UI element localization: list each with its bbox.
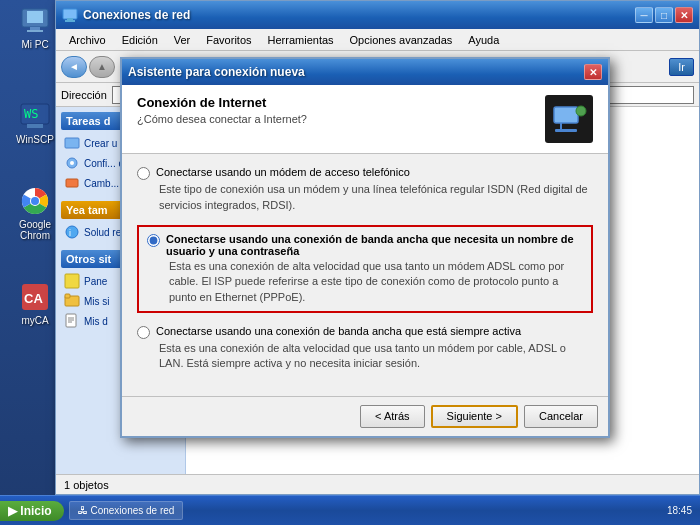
- option-modem-label: Conectarse usando un módem de acceso tel…: [156, 166, 410, 178]
- wizard-body: Conexión de Internet ¿Cómo desea conecta…: [122, 85, 608, 436]
- option-modem[interactable]: Conectarse usando un módem de acceso tel…: [137, 166, 593, 213]
- connection-icon: [551, 101, 587, 137]
- wizard-dialog: Asistente para conexión nueva ✕ Conexión…: [120, 57, 610, 438]
- wizard-title: Asistente para conexión nueva: [128, 65, 584, 79]
- wizard-footer: < Atrás Siguiente > Cancelar: [122, 396, 608, 436]
- dialog-overlay: Asistente para conexión nueva ✕ Conexión…: [0, 0, 700, 525]
- option-banda-activa-desc: Esta es una conexión de alta velocidad q…: [159, 341, 593, 372]
- radio-banda-ancha[interactable]: [147, 234, 160, 247]
- wizard-titlebar: Asistente para conexión nueva ✕: [122, 59, 608, 85]
- option-banda-ancha-activa[interactable]: Conectarse usando una conexión de banda …: [137, 325, 593, 372]
- wizard-header-subtitle: ¿Cómo desea conectar a Internet?: [137, 113, 307, 125]
- radio-modem[interactable]: [137, 167, 150, 180]
- option-modem-desc: Este tipo de conexión usa un módem y una…: [159, 182, 593, 213]
- option-banda-ancha-desc: Esta es una conexión de alta velocidad q…: [169, 259, 583, 305]
- option-banda-ancha-label: Conectarse usando una conexión de banda …: [166, 233, 583, 257]
- wizard-controls: ✕: [584, 64, 602, 80]
- wizard-options: Conectarse usando un módem de acceso tel…: [122, 154, 608, 396]
- svg-rect-34: [554, 107, 578, 123]
- wizard-header: Conexión de Internet ¿Cómo desea conecta…: [122, 85, 608, 154]
- next-button[interactable]: Siguiente >: [431, 405, 518, 428]
- cancel-button[interactable]: Cancelar: [524, 405, 598, 428]
- wizard-header-icon: [545, 95, 593, 143]
- radio-banda-activa[interactable]: [137, 326, 150, 339]
- back-button[interactable]: < Atrás: [360, 405, 425, 428]
- desktop: RAÚL PRIETO FERNÁNDEZ Mi PC WS: [0, 0, 700, 525]
- wizard-close-button[interactable]: ✕: [584, 64, 602, 80]
- svg-point-35: [576, 106, 586, 116]
- option-banda-activa-label: Conectarse usando una conexión de banda …: [156, 325, 521, 337]
- wizard-header-text: Conexión de Internet ¿Cómo desea conecta…: [137, 95, 307, 125]
- wizard-header-title: Conexión de Internet: [137, 95, 307, 110]
- svg-rect-37: [555, 129, 577, 132]
- option-banda-ancha-usuario[interactable]: Conectarse usando una conexión de banda …: [137, 225, 593, 313]
